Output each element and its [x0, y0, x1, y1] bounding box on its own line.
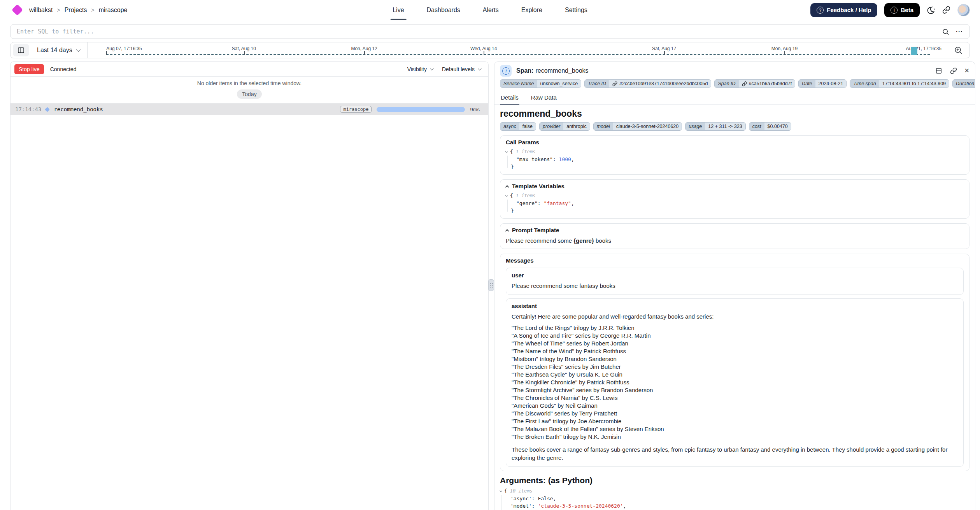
trace-duration-label: 9ms: [470, 107, 480, 112]
json-indent-guide: [501, 495, 502, 510]
json-line: "genre": "fantasy",: [506, 200, 964, 207]
badge-value: unknown_service: [537, 80, 581, 88]
call-params-title: Call Params: [506, 139, 964, 146]
assistant-book-list: "The Lord of the Rings" trilogy by J.R.R…: [512, 324, 958, 441]
collapse-icon[interactable]: [505, 185, 509, 189]
sql-filter-input[interactable]: [17, 28, 942, 35]
template-variables-card: Template Variables {1 items"genre": "fan…: [500, 179, 969, 219]
timeline-tick: [364, 51, 365, 55]
badge-value: 2024-08-21: [815, 80, 847, 88]
visibility-menu[interactable]: Visibility: [407, 66, 433, 72]
badge-value: 12 + 311 -> 323: [705, 123, 745, 130]
badge-value: #2ccbe10b91e371741b00eee2bdbc005d: [609, 80, 711, 88]
default-levels-menu[interactable]: Default levels: [442, 66, 480, 72]
book-list-item: "The Broken Earth" trilogy by N.K. Jemis…: [512, 433, 958, 441]
tab-details[interactable]: Details: [500, 91, 519, 104]
breadcrumb-item-willbakst[interactable]: willbakst: [29, 7, 53, 14]
timeline-track[interactable]: Aug 07, 17:16:35Sat, Aug 10Mon, Aug 12We…: [88, 42, 947, 58]
arguments-heading: Arguments: (as Python): [500, 476, 969, 485]
time-range-label: Last 14 days: [37, 47, 72, 54]
split-view-icon[interactable]: [935, 67, 943, 75]
assistant-outro: These books cover a range of fantasy sub…: [512, 445, 958, 462]
meta-usage-badge: usage12 + 311 -> 323: [685, 122, 745, 131]
span-title-prefix: Span:: [516, 67, 533, 74]
call-params-card: Call Params {1 items"max_tokens": 1000,}: [500, 135, 969, 175]
book-list-item: "The Dresden Files" series by Jim Butche…: [512, 363, 958, 371]
tab-live[interactable]: Live: [390, 0, 406, 20]
attr-duration-badge: Duration8ms: [952, 79, 975, 88]
tab-alerts[interactable]: Alerts: [480, 0, 501, 20]
book-list-item: "The Name of the Wind" by Patrick Rothfu…: [512, 347, 958, 355]
book-list-item: "The Lord of the Rings" trilogy by J.R.R…: [512, 324, 958, 332]
top-bar: willbakst>Projects>mirascope LiveDashboa…: [0, 0, 980, 20]
collapse-toggle-icon[interactable]: [505, 150, 508, 153]
breadcrumb-item-projects[interactable]: Projects: [65, 7, 87, 14]
collapse-toggle-icon[interactable]: [500, 489, 502, 492]
messages-title: Messages: [506, 257, 964, 264]
json-line: 'async': False,: [500, 495, 969, 502]
chevron-down-icon: [76, 47, 80, 52]
main-nav-tabs: LiveDashboardsAlertsExploreSettings: [390, 0, 590, 20]
collapse-icon[interactable]: [505, 229, 509, 233]
tab-explore[interactable]: Explore: [519, 0, 545, 20]
badge-label: usage: [685, 123, 705, 130]
close-icon[interactable]: ✕: [964, 68, 969, 74]
collapse-toggle-icon[interactable]: [505, 194, 508, 197]
template-variables-title: Template Variables: [512, 183, 565, 190]
json-line: "max_tokens": 1000,: [506, 156, 964, 163]
book-list-item: "The Wheel of Time" series by Robert Jor…: [512, 340, 958, 347]
timeline-tick: [244, 51, 245, 55]
span-detail-tabs: DetailsRaw Data: [494, 91, 975, 105]
call-params-json: {1 items"max_tokens": 1000,}: [506, 148, 964, 170]
link-icon[interactable]: [612, 81, 617, 86]
tab-raw-data[interactable]: Raw Data: [530, 91, 557, 104]
trace-row[interactable]: 17:14:43 recommend_books mirascope 9ms: [11, 103, 488, 115]
json-line: {1 items: [506, 148, 964, 156]
span-title: Span:recommend_books: [516, 67, 589, 74]
span-title-name: recommend_books: [535, 67, 588, 74]
connection-status: Connected: [50, 66, 77, 72]
span-attribute-badges: Service Nameunknown_serviceTrace ID#2ccb…: [494, 78, 975, 91]
timeline-zoom-button[interactable]: [947, 46, 969, 54]
more-options-icon[interactable]: ⋯: [955, 30, 963, 33]
arguments-json: {10 items'async': False,'model': 'claude…: [500, 487, 969, 510]
stop-live-button[interactable]: Stop live: [14, 64, 44, 74]
timeline-label: Mon, Aug 19: [771, 46, 798, 51]
timeline-tick: [784, 51, 785, 55]
timeline-start-label: Aug 07, 17:16:35: [106, 46, 142, 51]
json-line: 'model': 'claude-3-5-sonnet-20240620',: [500, 502, 969, 510]
timeline-tick: [664, 51, 665, 55]
book-list-item: "Mistborn" trilogy by Brandon Sanderson: [512, 355, 958, 363]
user-avatar[interactable]: [957, 4, 970, 16]
sql-filter-box: ⋯: [10, 24, 970, 39]
breadcrumb-separator: >: [91, 7, 94, 13]
default-levels-label: Default levels: [442, 66, 475, 72]
share-link-button[interactable]: [942, 6, 950, 14]
trace-scope-badge: mirascope: [340, 106, 372, 113]
beta-button[interactable]: i Beta: [884, 3, 920, 17]
feedback-help-button[interactable]: ? Feedback / Help: [810, 3, 877, 17]
timeline-selection[interactable]: [911, 47, 917, 55]
messages-card: Messages user Please recommend some fant…: [500, 254, 969, 471]
json-line: }: [506, 163, 964, 170]
zoom-in-icon: [954, 46, 962, 54]
live-trace-panel: Stop live Connected Visibility Default l…: [10, 61, 489, 510]
tab-settings[interactable]: Settings: [563, 0, 590, 20]
search-icon[interactable]: [942, 28, 949, 35]
link-icon[interactable]: [742, 81, 747, 86]
theme-toggle-button[interactable]: [927, 6, 935, 14]
resize-handle[interactable]: [488, 279, 494, 291]
assistant-intro: Certainly! Here are some popular and wel…: [512, 313, 958, 321]
badge-value: $0.00470: [764, 123, 791, 130]
attr-date-badge: Date2024-08-21: [798, 79, 847, 88]
breadcrumb-item-mirascope[interactable]: mirascope: [99, 7, 128, 14]
copy-link-icon[interactable]: [950, 67, 957, 74]
link-icon: [942, 6, 950, 14]
time-range-selector[interactable]: Last 14 days: [29, 47, 87, 54]
timeline-label: Sat, Aug 10: [232, 46, 256, 51]
sidebar-toggle-button[interactable]: [13, 44, 29, 56]
tab-dashboards[interactable]: Dashboards: [424, 0, 463, 20]
chevron-down-icon: [478, 67, 482, 70]
prompt-template-text: Please recommend some {genre} books: [506, 237, 964, 245]
logfire-logo-icon[interactable]: [12, 4, 23, 16]
